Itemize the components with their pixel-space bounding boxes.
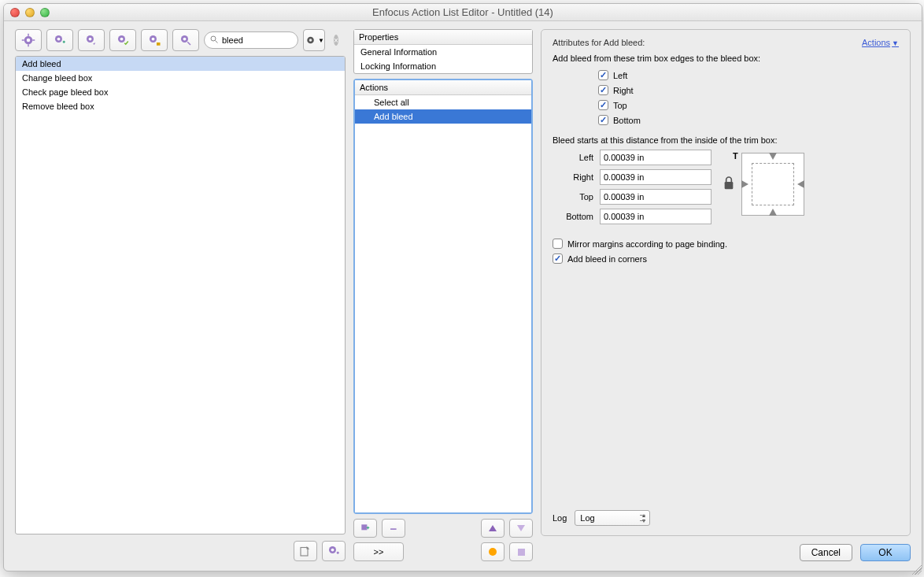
- add-action-button[interactable]: [353, 519, 377, 538]
- add-bleed-corners-checkbox[interactable]: [553, 253, 563, 264]
- search-results-list[interactable]: Add bleed Change bleed box Check page bl…: [15, 56, 346, 534]
- actions-panel: Actions Select all Add bleed: [353, 79, 533, 514]
- svg-point-23: [331, 549, 334, 552]
- edge-right-checkbox[interactable]: [598, 85, 608, 95]
- distance-heading: Bleed starts at this distance from the i…: [553, 135, 899, 145]
- gear-icon: [304, 33, 317, 47]
- checkbox-label: Bottom: [613, 116, 641, 125]
- actions-dropdown-link[interactable]: Actions▼: [862, 38, 899, 47]
- gear-plus-icon: [327, 544, 341, 558]
- add-action-list-button[interactable]: [322, 541, 346, 561]
- svg-point-1: [27, 39, 31, 43]
- panel-header: Actions: [355, 80, 531, 95]
- svg-rect-2: [28, 34, 29, 36]
- gear-plus-icon: [53, 33, 67, 47]
- gear-icon: [21, 33, 35, 47]
- close-window-button[interactable]: [10, 8, 20, 17]
- gear-arrow-icon: [84, 33, 98, 47]
- svg-point-7: [57, 38, 61, 41]
- zoom-window-button[interactable]: [40, 8, 50, 17]
- checkbox-label: Mirror margins according to page binding…: [567, 239, 727, 249]
- svg-point-16: [183, 38, 187, 41]
- properties-row[interactable]: Locking Information: [354, 59, 532, 73]
- diagram-t-label: T: [733, 151, 738, 161]
- gear-lock-icon: [147, 33, 161, 47]
- mirror-margins-checkbox[interactable]: [553, 239, 563, 249]
- dim-left-input[interactable]: [600, 150, 711, 165]
- triangle-down-icon: [517, 525, 525, 531]
- svg-point-11: [120, 38, 124, 41]
- chevron-down-icon: ▼: [892, 39, 899, 47]
- move-up-button[interactable]: [481, 519, 505, 538]
- ok-button[interactable]: OK: [860, 544, 911, 561]
- dim-right-input[interactable]: [600, 169, 711, 185]
- action-row[interactable]: Add bleed: [355, 109, 531, 124]
- result-item[interactable]: Change bleed box: [16, 71, 345, 85]
- toolbar-gear-find[interactable]: [15, 29, 42, 51]
- lock-icon[interactable]: [723, 176, 735, 193]
- toolbar-gear-secure[interactable]: [141, 29, 168, 51]
- stop-button[interactable]: [509, 542, 533, 561]
- edge-left-checkbox[interactable]: [598, 70, 608, 80]
- window-title: Enfocus Action List Editor - Untitled (1…: [10, 6, 915, 18]
- chevron-down-icon: ▼: [318, 37, 324, 44]
- svg-rect-4: [22, 39, 24, 41]
- toolbar-gear-check[interactable]: [109, 29, 136, 51]
- svg-rect-3: [28, 44, 29, 46]
- arrow-icon: [769, 153, 777, 160]
- properties-panel: Properties General Information Locking I…: [353, 29, 533, 74]
- svg-rect-5: [32, 39, 35, 41]
- dim-label: Bottom: [553, 212, 593, 221]
- search-input-wrapper: ×: [204, 31, 298, 49]
- margins-diagram: T: [741, 153, 804, 216]
- result-item[interactable]: Add bleed: [16, 57, 345, 71]
- add-icon: [360, 523, 371, 534]
- dim-bottom-input[interactable]: [600, 209, 711, 224]
- svg-point-20: [309, 39, 312, 42]
- cancel-button[interactable]: Cancel: [800, 544, 852, 561]
- attributes-title: Attributes for Add bleed:: [553, 38, 760, 47]
- export-button[interactable]: [294, 541, 317, 561]
- gear-wrench-icon: [179, 33, 193, 47]
- record-button[interactable]: [481, 542, 505, 561]
- arrow-icon: [769, 209, 777, 216]
- properties-row[interactable]: General Information: [354, 45, 532, 59]
- log-label: Log: [553, 513, 567, 523]
- titlebar: Enfocus Action List Editor - Untitled (1…: [4, 4, 922, 21]
- result-item[interactable]: Check page bleed box: [16, 85, 345, 99]
- clear-search-button[interactable]: ×: [334, 35, 338, 46]
- svg-point-9: [89, 38, 92, 41]
- svg-rect-14: [157, 43, 161, 46]
- checkbox-label: Add bleed in corners: [567, 254, 647, 264]
- edge-top-checkbox[interactable]: [598, 100, 608, 110]
- edge-bottom-checkbox[interactable]: [598, 115, 608, 125]
- search-icon: [209, 35, 219, 46]
- log-select[interactable]: Log ▲▼: [575, 510, 650, 526]
- toolbar-gear-config[interactable]: [172, 29, 199, 51]
- attributes-intro: Add bleed from these trim box edges to t…: [553, 54, 760, 63]
- export-icon: [298, 544, 312, 558]
- toolbar-gear-replace[interactable]: [78, 29, 105, 51]
- minus-icon: −: [390, 522, 397, 535]
- dim-top-input[interactable]: [600, 189, 711, 205]
- svg-rect-25: [725, 182, 734, 189]
- action-row[interactable]: Select all: [355, 95, 531, 109]
- move-down-button[interactable]: [509, 519, 533, 538]
- arrow-icon: [797, 180, 804, 188]
- svg-point-17: [211, 36, 216, 41]
- gear-check-icon: [116, 33, 130, 47]
- svg-rect-24: [361, 524, 367, 530]
- attributes-panel: Attributes for Add bleed: Add bleed from…: [541, 29, 911, 536]
- result-item[interactable]: Remove bleed box: [16, 99, 345, 113]
- panel-header: Properties: [354, 30, 532, 45]
- remove-action-button[interactable]: −: [382, 519, 405, 538]
- resize-handle[interactable]: [912, 565, 922, 571]
- toolbar-settings-menu[interactable]: ▼: [303, 29, 325, 51]
- expand-button[interactable]: >>: [353, 542, 404, 561]
- dim-label: Top: [553, 192, 593, 202]
- checkbox-label: Top: [613, 101, 627, 110]
- select-arrows-icon: ▲▼: [641, 512, 646, 523]
- minimize-window-button[interactable]: [25, 8, 35, 17]
- svg-line-18: [216, 41, 218, 43]
- toolbar-gear-add[interactable]: [46, 29, 73, 51]
